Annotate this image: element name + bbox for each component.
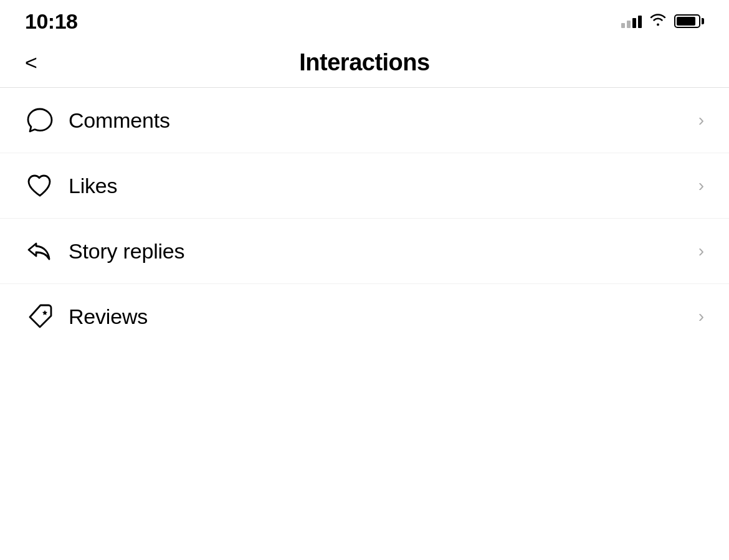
comment-icon xyxy=(25,105,69,135)
menu-item-comments[interactable]: Comments › xyxy=(0,88,729,153)
menu-item-story-replies[interactable]: Story replies › xyxy=(0,219,729,284)
heart-icon xyxy=(25,171,69,201)
menu-item-likes[interactable]: Likes › xyxy=(0,153,729,219)
tag-star-icon xyxy=(25,301,69,331)
wifi-icon xyxy=(649,12,667,30)
status-icons xyxy=(621,12,704,30)
page-title: Interactions xyxy=(299,49,429,76)
story-replies-label: Story replies xyxy=(69,239,698,263)
battery-icon xyxy=(674,14,704,28)
chevron-right-icon: › xyxy=(698,242,704,260)
menu-item-reviews[interactable]: Reviews › xyxy=(0,284,729,349)
menu-list: Comments › Likes › Story replies › xyxy=(0,88,729,349)
chevron-right-icon: › xyxy=(698,308,704,325)
likes-label: Likes xyxy=(69,174,698,198)
nav-header: < Interactions xyxy=(0,37,729,87)
reply-icon xyxy=(25,236,69,266)
signal-icon xyxy=(621,14,642,28)
comments-label: Comments xyxy=(69,108,698,133)
status-time: 10:18 xyxy=(25,9,77,34)
reviews-label: Reviews xyxy=(69,305,698,329)
chevron-right-icon: › xyxy=(698,112,704,129)
back-button[interactable]: < xyxy=(25,52,37,73)
status-bar: 10:18 xyxy=(0,0,729,37)
chevron-right-icon: › xyxy=(698,177,704,194)
